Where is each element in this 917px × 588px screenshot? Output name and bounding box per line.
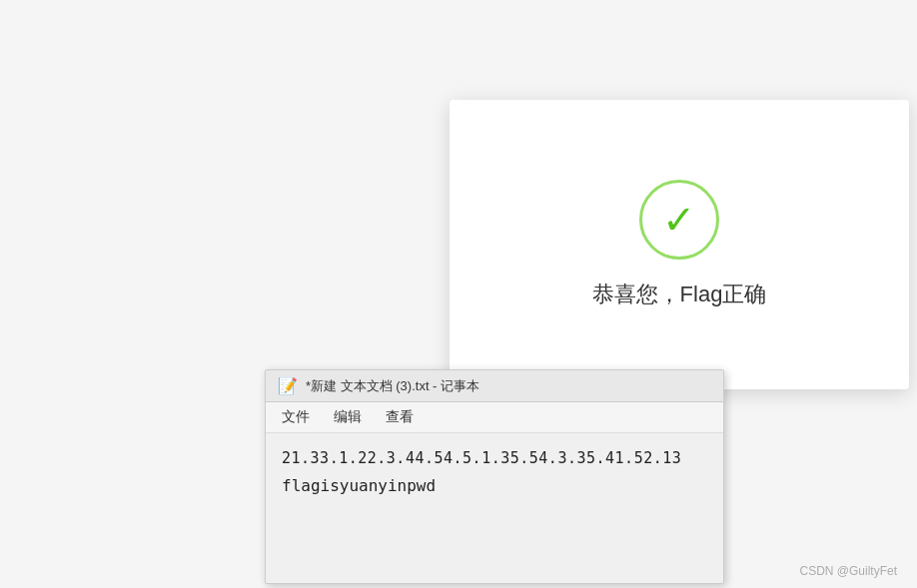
notepad-icon: 📝 — [278, 376, 298, 395]
menu-view[interactable]: 查看 — [382, 406, 418, 428]
success-icon-circle: ✓ — [639, 180, 719, 260]
menu-file[interactable]: 文件 — [278, 406, 314, 428]
notepad-titlebar: 📝 *新建 文本文档 (3).txt - 记事本 — [266, 370, 723, 402]
notepad-line2: flagisyuanyinpwd — [282, 472, 707, 501]
notepad-line1: 21.33.1.22.3.44.54.5.1.35.54.3.35.41.52.… — [282, 445, 707, 472]
notepad-window: 📝 *新建 文本文档 (3).txt - 记事本 文件 编辑 查看 21.33.… — [265, 369, 724, 584]
checkmark-icon: ✓ — [662, 200, 696, 240]
success-text: 恭喜您，Flag正确 — [592, 280, 767, 309]
notepad-content: 21.33.1.22.3.44.54.5.1.35.54.3.35.41.52.… — [266, 433, 723, 513]
notepad-title: *新建 文本文档 (3).txt - 记事本 — [306, 377, 479, 395]
menu-edit[interactable]: 编辑 — [330, 406, 366, 428]
success-dialog: ✓ 恭喜您，Flag正确 — [450, 100, 909, 389]
watermark: CSDN @GuiltyFet — [799, 564, 897, 578]
notepad-menubar: 文件 编辑 查看 — [266, 402, 723, 433]
